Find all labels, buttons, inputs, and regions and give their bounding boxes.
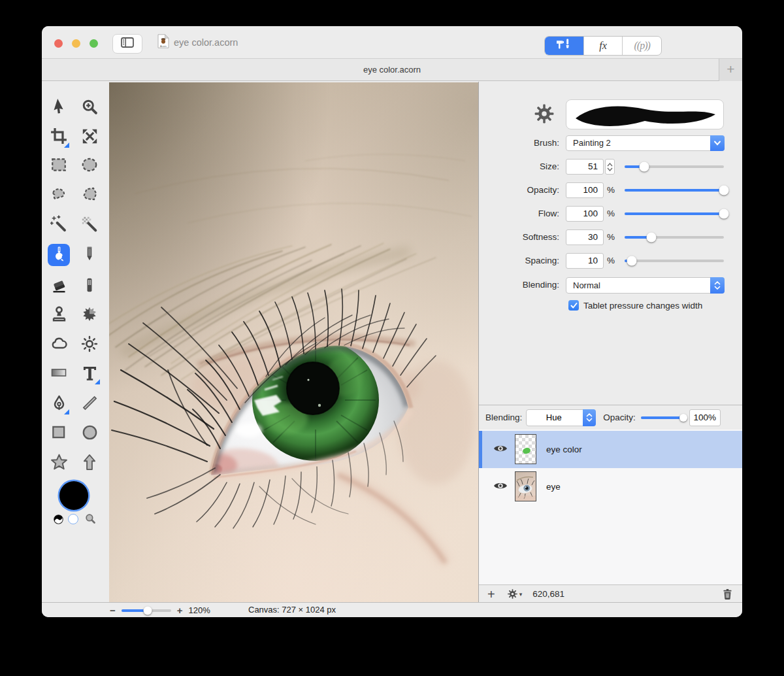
processor-segment[interactable]: ((p)) bbox=[623, 37, 661, 55]
zoom-in-button[interactable]: + bbox=[177, 605, 183, 616]
spacing-slider[interactable] bbox=[625, 260, 724, 262]
tool-resize[interactable] bbox=[78, 126, 101, 148]
rect-select-icon bbox=[50, 156, 68, 176]
flow-field[interactable]: 100 bbox=[566, 206, 604, 222]
size-stepper[interactable] bbox=[605, 159, 615, 175]
active-tab[interactable]: eye color.acorn bbox=[42, 59, 742, 81]
layer-row-eye[interactable]: eye bbox=[479, 468, 742, 505]
opacity-label: Opacity: bbox=[483, 182, 559, 198]
close-button[interactable] bbox=[54, 39, 63, 48]
magic-wand-icon bbox=[50, 215, 68, 235]
sidebar-toggle-button[interactable] bbox=[112, 34, 142, 54]
tool-lasso[interactable] bbox=[48, 184, 70, 207]
layer-opacity-label: Opacity: bbox=[603, 413, 636, 422]
layers-footer: + ▾ 620,681 bbox=[479, 584, 742, 603]
cursor-coordinates: 620,681 bbox=[532, 589, 564, 599]
opacity-field[interactable]: 100 bbox=[566, 182, 604, 198]
tabbar: eye color.acorn + bbox=[42, 59, 742, 81]
chevron-updown-icon bbox=[710, 277, 725, 294]
layer-blending-label: Blending: bbox=[485, 413, 522, 422]
tool-oval-select[interactable] bbox=[78, 155, 101, 177]
blending-row: Blending: Normal bbox=[479, 277, 742, 294]
layer-blending-popup[interactable]: Hue bbox=[526, 409, 596, 426]
tool-zoom[interactable] bbox=[78, 97, 101, 119]
softness-slider[interactable] bbox=[625, 236, 724, 239]
brush-settings-gear-button[interactable] bbox=[534, 103, 555, 124]
lasso-icon bbox=[50, 186, 68, 205]
tool-eraser[interactable] bbox=[48, 275, 70, 297]
tool-rect-select[interactable] bbox=[48, 155, 70, 177]
zoom-button[interactable] bbox=[90, 39, 98, 48]
document-title-group: Acorn eye color.acorn bbox=[157, 26, 238, 59]
tool-stamp[interactable] bbox=[48, 304, 70, 326]
tool-blemish[interactable] bbox=[78, 304, 101, 326]
tool-instant-alpha[interactable] bbox=[78, 214, 101, 236]
tool-move[interactable] bbox=[48, 97, 70, 119]
tool-text[interactable] bbox=[78, 363, 101, 385]
bw-default-colors-swatch[interactable] bbox=[53, 514, 64, 525]
cloud-icon bbox=[50, 335, 69, 355]
zoom-out-button[interactable]: − bbox=[110, 605, 116, 616]
loupe-icon[interactable] bbox=[84, 513, 97, 525]
resize-icon bbox=[81, 127, 99, 148]
size-label: Size: bbox=[483, 159, 559, 175]
stroke-color-swatch[interactable] bbox=[68, 514, 78, 524]
flow-slider[interactable] bbox=[625, 212, 724, 215]
tool-rect-shape[interactable] bbox=[48, 422, 70, 445]
zoom-slider[interactable] bbox=[122, 609, 171, 612]
layer-actions-gear-button[interactable]: ▾ bbox=[507, 588, 523, 600]
layer-visibility-eye-icon[interactable] bbox=[493, 481, 508, 493]
tool-star-shape[interactable] bbox=[48, 452, 70, 475]
blemish-icon bbox=[80, 305, 99, 326]
tool-pencil[interactable] bbox=[78, 244, 101, 266]
tablet-pressure-row: Tablet pressure changes width bbox=[479, 300, 742, 312]
minimize-button[interactable] bbox=[72, 39, 80, 48]
zoom-controls: − + 120% bbox=[110, 603, 210, 617]
layer-thumbnail[interactable] bbox=[515, 471, 536, 501]
delete-layer-trash-button[interactable] bbox=[722, 588, 733, 603]
size-slider[interactable] bbox=[625, 165, 724, 168]
tool-brush[interactable] bbox=[48, 244, 70, 266]
line-icon bbox=[81, 394, 99, 414]
status-bar: − + 120% Canvas: 727 × 1024 px bbox=[42, 602, 742, 617]
tool-bezier-pen[interactable] bbox=[48, 393, 70, 415]
tool-polygon-lasso[interactable] bbox=[78, 184, 101, 207]
layer-visibility-eye-icon[interactable] bbox=[493, 444, 508, 456]
tool-cloud[interactable] bbox=[48, 334, 70, 356]
tool-chalk[interactable] bbox=[78, 275, 101, 297]
spacing-field[interactable]: 10 bbox=[566, 253, 604, 269]
tool-gradient[interactable] bbox=[48, 363, 70, 385]
canvas-size-info: Canvas: 727 × 1024 px bbox=[248, 603, 336, 617]
blending-popup[interactable]: Normal bbox=[566, 277, 725, 294]
opacity-slider[interactable] bbox=[625, 189, 724, 192]
chevron-updown-icon bbox=[583, 409, 596, 426]
size-field[interactable]: 51 bbox=[566, 159, 604, 175]
tool-dodge[interactable] bbox=[78, 334, 101, 356]
tool-line[interactable] bbox=[78, 393, 101, 415]
tool-magic-wand[interactable] bbox=[48, 214, 70, 236]
canvas-viewport[interactable] bbox=[109, 82, 478, 602]
brush-popup[interactable]: Painting 2 bbox=[566, 135, 725, 151]
tools-segment[interactable] bbox=[545, 37, 584, 55]
tool-flyout-badge bbox=[95, 379, 100, 384]
tool-crop[interactable] bbox=[48, 126, 70, 148]
softness-field[interactable]: 30 bbox=[566, 229, 604, 245]
filters-segment[interactable]: fx bbox=[584, 37, 623, 55]
tool-arrow-shape[interactable] bbox=[78, 452, 101, 475]
layer-row-eye-color[interactable]: eye color bbox=[479, 431, 742, 468]
tool-oval-shape[interactable] bbox=[78, 422, 101, 445]
zoom-level: 120% bbox=[189, 605, 210, 615]
layer-opacity-slider[interactable] bbox=[641, 416, 683, 419]
brush-stroke-preview[interactable] bbox=[566, 99, 724, 129]
color-well[interactable] bbox=[59, 481, 88, 510]
layer-thumbnail[interactable] bbox=[515, 434, 536, 464]
brush-icon bbox=[50, 245, 68, 265]
add-layer-button[interactable]: + bbox=[487, 586, 495, 602]
stamp-icon bbox=[50, 305, 68, 326]
tablet-pressure-checkbox[interactable] bbox=[568, 300, 579, 311]
flow-label: Flow: bbox=[483, 206, 559, 222]
layer-name[interactable]: eye color bbox=[546, 445, 582, 454]
layer-name[interactable]: eye bbox=[546, 482, 561, 492]
new-tab-button[interactable]: + bbox=[719, 59, 742, 81]
layer-opacity-field[interactable]: 100% bbox=[689, 409, 721, 426]
